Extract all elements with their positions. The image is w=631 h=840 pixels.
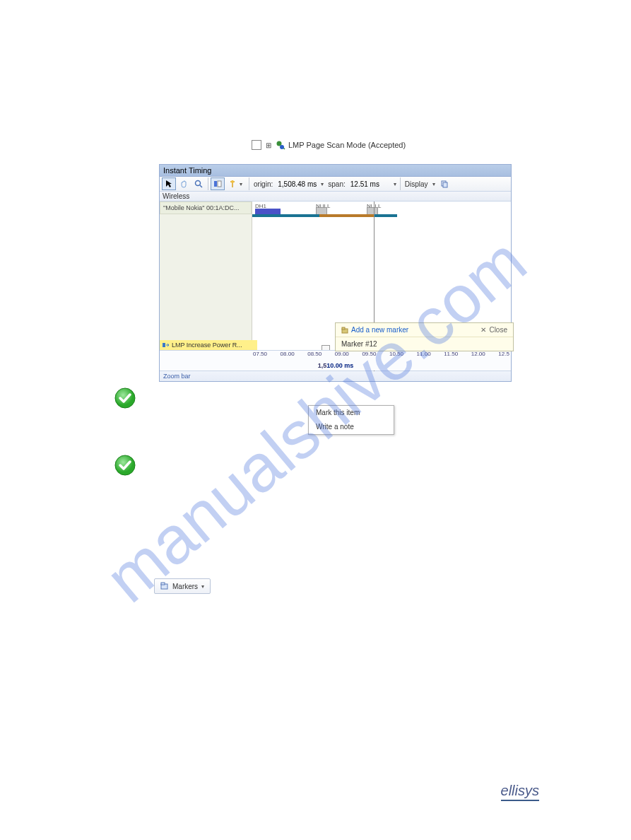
timeline-track: [252, 214, 511, 217]
checkbox[interactable]: [252, 140, 261, 150]
marker-name[interactable]: Marker #12: [336, 337, 513, 351]
marker-tool[interactable]: ▾: [225, 177, 247, 190]
device-column: "Mobile Nokia" 00:1A:DC...: [160, 202, 252, 350]
markers-button[interactable]: Markers ▾: [154, 578, 211, 594]
origin-value[interactable]: 1,508.48 ms: [276, 180, 319, 188]
svg-rect-14: [161, 583, 165, 585]
span-label: span:: [326, 180, 347, 188]
context-menu: Mark this item Write a note: [308, 405, 394, 435]
view-mode-button[interactable]: [211, 177, 225, 190]
packet-icon: [276, 140, 285, 150]
svg-rect-4: [218, 181, 221, 187]
selected-event[interactable]: LMP Increase Power R...: [160, 340, 257, 350]
menu-write-note[interactable]: Write a note: [309, 420, 394, 434]
device-item[interactable]: "Mobile Nokia" 00:1A:DC...: [160, 202, 252, 214]
check-icon: [114, 454, 136, 477]
origin-dropdown[interactable]: ▾: [319, 181, 325, 187]
display-dropdown[interactable]: ▾: [431, 181, 437, 187]
pan-tool[interactable]: [177, 177, 191, 190]
svg-point-11: [115, 388, 135, 408]
svg-rect-10: [163, 343, 165, 347]
pointer-tool[interactable]: [162, 177, 176, 190]
svg-rect-3: [214, 181, 217, 187]
zoom-bar[interactable]: Zoom bar: [160, 371, 511, 381]
zoom-tool[interactable]: [191, 177, 206, 190]
add-marker-link[interactable]: Add a new marker: [341, 326, 408, 334]
svg-point-1: [280, 145, 284, 149]
svg-point-2: [196, 181, 201, 186]
span-dropdown[interactable]: ▾: [392, 181, 398, 187]
panel-title: Instant Timing: [160, 165, 511, 177]
instant-timing-panel: Instant Timing ▾ origin: 1,508.48 ms ▾ s…: [159, 164, 512, 382]
overview-row: ⊞ LMP Page Scan Mode (Accepted): [252, 140, 406, 150]
origin-label: origin:: [252, 180, 275, 188]
expand-icon[interactable]: ⊞: [266, 141, 271, 149]
svg-rect-7: [443, 182, 447, 187]
menu-mark-item[interactable]: Mark this item: [309, 406, 394, 420]
svg-point-12: [115, 455, 135, 475]
cursor-time: 1,510.00 ms: [318, 362, 354, 369]
copy-button[interactable]: [437, 177, 452, 190]
display-label[interactable]: Display: [403, 180, 430, 188]
timeline-area[interactable]: "Mobile Nokia" 00:1A:DC... DH1 NULL NULL: [160, 202, 511, 350]
svg-rect-9: [342, 327, 345, 329]
chart-area[interactable]: DH1 NULL NULL Add a new marker ✕ Close: [252, 202, 511, 350]
check-icon: [114, 387, 136, 409]
packet-label: LMP Page Scan Mode (Accepted): [288, 141, 406, 149]
span-value[interactable]: 12.51 ms: [348, 180, 391, 188]
svg-point-5: [231, 180, 234, 183]
footer-logo: ellisys: [501, 783, 539, 801]
ruler-ticks: 07.5008.0008.5009.0009.5010.5011.0011.50…: [252, 351, 511, 361]
close-link[interactable]: ✕ Close: [480, 326, 507, 334]
toolbar: ▾ origin: 1,508.48 ms ▾ span: 12.51 ms ▾…: [160, 177, 511, 192]
wireless-header: Wireless: [160, 192, 511, 202]
marker-popup: Add a new marker ✕ Close Marker #12: [335, 322, 514, 351]
time-ruler[interactable]: 07.5008.0008.5009.0009.5010.5011.0011.50…: [160, 350, 511, 371]
